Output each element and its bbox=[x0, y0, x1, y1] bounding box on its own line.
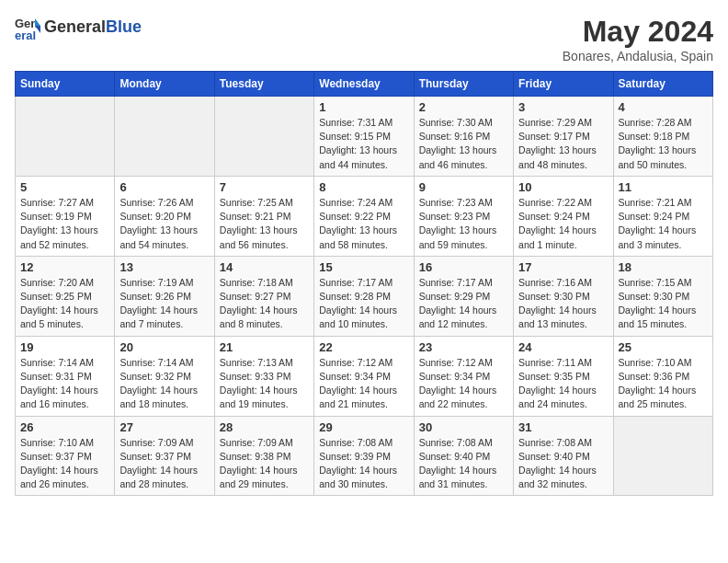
logo-icon: Gen eral bbox=[15, 15, 40, 40]
day-number: 11 bbox=[619, 180, 708, 194]
day-number: 8 bbox=[319, 180, 408, 194]
calendar-cell: 3Sunrise: 7:29 AMSunset: 9:17 PMDaylight… bbox=[514, 97, 613, 177]
day-number: 18 bbox=[619, 260, 708, 274]
day-number: 27 bbox=[119, 420, 209, 434]
calendar-cell: 29Sunrise: 7:08 AMSunset: 9:39 PMDayligh… bbox=[314, 416, 414, 496]
calendar-cell: 2Sunrise: 7:30 AMSunset: 9:16 PMDaylight… bbox=[414, 97, 513, 177]
weekday-header-tuesday: Tuesday bbox=[214, 72, 313, 97]
day-info: Sunrise: 7:14 AMSunset: 9:32 PMDaylight:… bbox=[119, 356, 209, 412]
calendar-cell: 28Sunrise: 7:09 AMSunset: 9:38 PMDayligh… bbox=[214, 416, 313, 496]
day-number: 7 bbox=[220, 180, 309, 194]
day-info: Sunrise: 7:19 AMSunset: 9:26 PMDaylight:… bbox=[119, 276, 209, 332]
day-number: 12 bbox=[20, 260, 109, 274]
day-number: 6 bbox=[119, 180, 209, 194]
day-number: 3 bbox=[518, 100, 608, 114]
page-header: Gen eral GeneralBlue May 2024 Bonares, A… bbox=[15, 15, 713, 63]
calendar-cell: 18Sunrise: 7:15 AMSunset: 9:30 PMDayligh… bbox=[613, 256, 712, 336]
calendar-cell: 11Sunrise: 7:21 AMSunset: 9:24 PMDayligh… bbox=[613, 176, 712, 256]
day-number: 14 bbox=[220, 260, 309, 274]
calendar-cell: 7Sunrise: 7:25 AMSunset: 9:21 PMDaylight… bbox=[214, 176, 313, 256]
calendar-cell bbox=[613, 416, 712, 496]
day-number: 24 bbox=[518, 340, 608, 354]
calendar-week-row: 26Sunrise: 7:10 AMSunset: 9:37 PMDayligh… bbox=[16, 416, 713, 496]
day-number: 13 bbox=[119, 260, 209, 274]
day-info: Sunrise: 7:13 AMSunset: 9:33 PMDaylight:… bbox=[220, 356, 309, 412]
calendar-cell: 16Sunrise: 7:17 AMSunset: 9:29 PMDayligh… bbox=[414, 256, 513, 336]
calendar-cell: 31Sunrise: 7:08 AMSunset: 9:40 PMDayligh… bbox=[514, 416, 613, 496]
day-number: 2 bbox=[419, 100, 508, 114]
day-number: 4 bbox=[619, 100, 708, 114]
calendar-cell: 14Sunrise: 7:18 AMSunset: 9:27 PMDayligh… bbox=[214, 256, 313, 336]
day-info: Sunrise: 7:31 AMSunset: 9:15 PMDaylight:… bbox=[319, 116, 408, 172]
day-number: 28 bbox=[220, 420, 309, 434]
calendar-table: SundayMondayTuesdayWednesdayThursdayFrid… bbox=[15, 71, 713, 496]
svg-text:eral: eral bbox=[15, 29, 36, 40]
day-info: Sunrise: 7:08 AMSunset: 9:40 PMDaylight:… bbox=[419, 436, 508, 492]
day-info: Sunrise: 7:29 AMSunset: 9:17 PMDaylight:… bbox=[518, 116, 608, 172]
day-number: 5 bbox=[20, 180, 109, 194]
calendar-cell: 22Sunrise: 7:12 AMSunset: 9:34 PMDayligh… bbox=[314, 336, 414, 416]
calendar-cell: 9Sunrise: 7:23 AMSunset: 9:23 PMDaylight… bbox=[414, 176, 513, 256]
day-info: Sunrise: 7:27 AMSunset: 9:19 PMDaylight:… bbox=[20, 196, 109, 252]
calendar-cell: 6Sunrise: 7:26 AMSunset: 9:20 PMDaylight… bbox=[115, 176, 214, 256]
calendar-week-row: 5Sunrise: 7:27 AMSunset: 9:19 PMDaylight… bbox=[16, 176, 713, 256]
day-number: 17 bbox=[518, 260, 608, 274]
day-info: Sunrise: 7:08 AMSunset: 9:39 PMDaylight:… bbox=[319, 436, 408, 492]
calendar-cell: 20Sunrise: 7:14 AMSunset: 9:32 PMDayligh… bbox=[115, 336, 214, 416]
logo: Gen eral GeneralBlue bbox=[15, 15, 142, 40]
day-info: Sunrise: 7:11 AMSunset: 9:35 PMDaylight:… bbox=[518, 356, 608, 412]
calendar-cell: 19Sunrise: 7:14 AMSunset: 9:31 PMDayligh… bbox=[16, 336, 115, 416]
calendar-cell: 17Sunrise: 7:16 AMSunset: 9:30 PMDayligh… bbox=[514, 256, 613, 336]
weekday-header-monday: Monday bbox=[115, 72, 214, 97]
day-number: 26 bbox=[20, 420, 109, 434]
day-info: Sunrise: 7:25 AMSunset: 9:21 PMDaylight:… bbox=[220, 196, 309, 252]
day-info: Sunrise: 7:28 AMSunset: 9:18 PMDaylight:… bbox=[619, 116, 708, 172]
day-number: 15 bbox=[319, 260, 408, 274]
calendar-cell: 5Sunrise: 7:27 AMSunset: 9:19 PMDaylight… bbox=[16, 176, 115, 256]
calendar-cell bbox=[16, 97, 115, 177]
day-number: 29 bbox=[319, 420, 408, 434]
calendar-subtitle: Bonares, Andalusia, Spain bbox=[563, 49, 713, 63]
weekday-header-saturday: Saturday bbox=[613, 72, 712, 97]
calendar-cell: 12Sunrise: 7:20 AMSunset: 9:25 PMDayligh… bbox=[16, 256, 115, 336]
logo-general: GeneralBlue bbox=[44, 18, 142, 37]
day-number: 10 bbox=[518, 180, 608, 194]
day-number: 1 bbox=[319, 100, 408, 114]
weekday-row: SundayMondayTuesdayWednesdayThursdayFrid… bbox=[16, 72, 713, 97]
calendar-week-row: 19Sunrise: 7:14 AMSunset: 9:31 PMDayligh… bbox=[16, 336, 713, 416]
calendar-cell: 25Sunrise: 7:10 AMSunset: 9:36 PMDayligh… bbox=[613, 336, 712, 416]
calendar-week-row: 1Sunrise: 7:31 AMSunset: 9:15 PMDaylight… bbox=[16, 97, 713, 177]
day-info: Sunrise: 7:15 AMSunset: 9:30 PMDaylight:… bbox=[619, 276, 708, 332]
day-info: Sunrise: 7:09 AMSunset: 9:38 PMDaylight:… bbox=[220, 436, 309, 492]
day-info: Sunrise: 7:10 AMSunset: 9:36 PMDaylight:… bbox=[619, 356, 708, 412]
day-info: Sunrise: 7:17 AMSunset: 9:29 PMDaylight:… bbox=[419, 276, 508, 332]
day-number: 20 bbox=[119, 340, 209, 354]
day-info: Sunrise: 7:14 AMSunset: 9:31 PMDaylight:… bbox=[20, 356, 109, 412]
calendar-cell: 1Sunrise: 7:31 AMSunset: 9:15 PMDaylight… bbox=[314, 97, 414, 177]
weekday-header-sunday: Sunday bbox=[16, 72, 115, 97]
calendar-header: SundayMondayTuesdayWednesdayThursdayFrid… bbox=[16, 72, 713, 97]
calendar-cell bbox=[115, 97, 214, 177]
day-info: Sunrise: 7:23 AMSunset: 9:23 PMDaylight:… bbox=[419, 196, 508, 252]
calendar-cell: 4Sunrise: 7:28 AMSunset: 9:18 PMDaylight… bbox=[613, 97, 712, 177]
calendar-cell: 24Sunrise: 7:11 AMSunset: 9:35 PMDayligh… bbox=[514, 336, 613, 416]
day-number: 31 bbox=[518, 420, 608, 434]
calendar-cell: 26Sunrise: 7:10 AMSunset: 9:37 PMDayligh… bbox=[16, 416, 115, 496]
calendar-body: 1Sunrise: 7:31 AMSunset: 9:15 PMDaylight… bbox=[16, 97, 713, 496]
weekday-header-thursday: Thursday bbox=[414, 72, 513, 97]
day-info: Sunrise: 7:18 AMSunset: 9:27 PMDaylight:… bbox=[220, 276, 309, 332]
day-number: 21 bbox=[220, 340, 309, 354]
day-info: Sunrise: 7:09 AMSunset: 9:37 PMDaylight:… bbox=[119, 436, 209, 492]
day-number: 9 bbox=[419, 180, 508, 194]
calendar-title: May 2024 bbox=[563, 15, 713, 49]
day-info: Sunrise: 7:12 AMSunset: 9:34 PMDaylight:… bbox=[419, 356, 508, 412]
day-info: Sunrise: 7:21 AMSunset: 9:24 PMDaylight:… bbox=[619, 196, 708, 252]
day-info: Sunrise: 7:22 AMSunset: 9:24 PMDaylight:… bbox=[518, 196, 608, 252]
day-info: Sunrise: 7:20 AMSunset: 9:25 PMDaylight:… bbox=[20, 276, 109, 332]
day-number: 30 bbox=[419, 420, 508, 434]
title-block: May 2024 Bonares, Andalusia, Spain bbox=[563, 15, 713, 63]
day-number: 22 bbox=[319, 340, 408, 354]
calendar-cell: 8Sunrise: 7:24 AMSunset: 9:22 PMDaylight… bbox=[314, 176, 414, 256]
day-info: Sunrise: 7:08 AMSunset: 9:40 PMDaylight:… bbox=[518, 436, 608, 492]
day-info: Sunrise: 7:17 AMSunset: 9:28 PMDaylight:… bbox=[319, 276, 408, 332]
